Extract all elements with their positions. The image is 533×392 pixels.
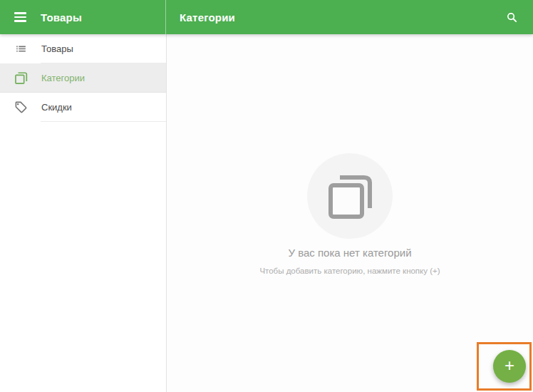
sidebar-item-label: Категории [41, 73, 85, 83]
app-bar: Товары Категории [0, 0, 533, 34]
page-title: Категории [180, 11, 235, 24]
app-bar-nav-section: Товары [0, 0, 166, 34]
hamburger-menu-icon[interactable] [14, 9, 31, 26]
sidebar-item-discounts[interactable]: Скидки [0, 93, 166, 122]
search-icon[interactable] [503, 9, 520, 26]
sidebar-item-label: Скидки [41, 102, 72, 113]
categories-icon [14, 71, 28, 86]
empty-state-subtitle: Чтобы добавить категорию, нажмите кнопку… [167, 267, 533, 275]
list-icon [14, 42, 28, 56]
add-category-fab-button[interactable]: + [493, 350, 526, 383]
plus-icon: + [504, 357, 514, 374]
categories-icon [326, 172, 374, 220]
empty-state-title: У вас пока нет категорий [167, 247, 533, 259]
sidebar: Товары Категории Скидки [0, 34, 167, 392]
content-area: У вас пока нет категорий Чтобы добавить … [167, 34, 533, 392]
empty-state-circle [307, 153, 393, 239]
nav-title: Товары [41, 11, 82, 24]
sidebar-item-label: Товары [41, 43, 73, 54]
sidebar-item-products[interactable]: Товары [0, 34, 166, 63]
tag-icon [14, 100, 28, 115]
sidebar-item-categories[interactable]: Категории [0, 63, 166, 93]
app-bar-content-section: Категории [166, 0, 533, 34]
